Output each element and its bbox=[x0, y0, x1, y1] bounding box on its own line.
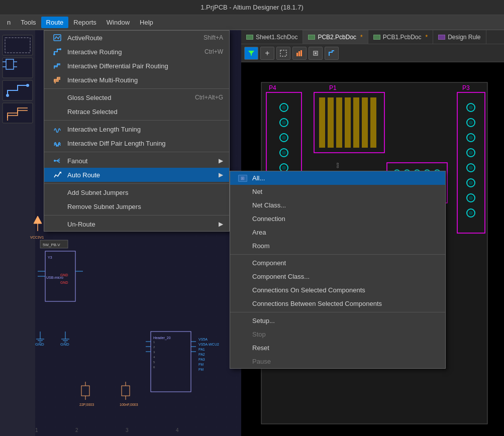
connections-between-selected-label: Connections Between Selected Components bbox=[252, 300, 382, 307]
menu-item-window[interactable]: Window bbox=[102, 17, 135, 28]
submenu-all[interactable]: ⊞ All... bbox=[230, 171, 445, 185]
fanout-label: Fanout bbox=[67, 157, 214, 165]
toolbar-btn-select[interactable] bbox=[276, 47, 290, 60]
area-label: Area bbox=[252, 229, 266, 236]
svg-point-99 bbox=[282, 105, 286, 110]
stop-label: Stop bbox=[252, 331, 266, 338]
svg-point-121 bbox=[469, 166, 473, 170]
menu-diff-length[interactable]: Interactive Diff Pair Length Tuning bbox=[44, 136, 229, 150]
tab-label-sheet1: Sheet1.SchDoc bbox=[256, 34, 297, 41]
menu-item-reports[interactable]: Reports bbox=[68, 17, 102, 28]
submenu-sep2 bbox=[230, 312, 445, 312]
retrace-icon bbox=[52, 107, 62, 116]
svg-rect-10 bbox=[3, 35, 33, 55]
toolbar-btn-chart[interactable] bbox=[292, 47, 307, 60]
menu-item-tools[interactable]: Tools bbox=[16, 17, 41, 28]
toolbar-btn-chip[interactable] bbox=[309, 47, 323, 60]
svg-text:2: 2 bbox=[75, 427, 78, 433]
fanout-icon bbox=[52, 157, 62, 165]
svg-point-100 bbox=[282, 121, 286, 125]
svg-point-101 bbox=[282, 136, 286, 140]
svg-text:P4: P4 bbox=[269, 84, 276, 91]
menu-retrace-selected[interactable]: Retrace Selected bbox=[44, 104, 229, 119]
menu-item-route[interactable]: Route bbox=[41, 17, 69, 28]
fanout-arrow: ▶ bbox=[219, 157, 223, 164]
submenu-connections-on-selected[interactable]: Connections On Selected Components bbox=[230, 283, 445, 297]
gloss-shortcut: Ctrl+Alt+G bbox=[195, 94, 223, 101]
menu-remove-subnet[interactable]: Remove Subnet Jumpers bbox=[44, 199, 229, 213]
svg-rect-3 bbox=[300, 50, 302, 56]
select-icon bbox=[280, 50, 287, 57]
submenu-setup[interactable]: Setup... bbox=[230, 314, 445, 328]
svg-text:P3: P3 bbox=[462, 84, 470, 91]
length-tuning-label: Interactive Length Tuning bbox=[67, 126, 223, 133]
menu-item-design[interactable]: n bbox=[2, 17, 16, 28]
activeroute-shortcut: Shift+A bbox=[204, 34, 223, 41]
svg-text:FM: FM bbox=[198, 363, 204, 366]
svg-point-140 bbox=[54, 160, 56, 162]
tab-icon-design-rule bbox=[438, 35, 445, 40]
menu-add-subnet[interactable]: Add Subnet Jumpers bbox=[44, 185, 229, 199]
submenu-net[interactable]: Net bbox=[230, 185, 445, 198]
submenu-connection[interactable]: Connection bbox=[230, 212, 445, 226]
tab-modified-pcb2: * bbox=[360, 34, 363, 41]
remove-subnet-icon bbox=[52, 202, 62, 210]
svg-point-19 bbox=[6, 94, 9, 97]
menu-length-tuning[interactable]: Interactive Length Tuning bbox=[44, 122, 229, 136]
svg-point-117 bbox=[469, 105, 473, 110]
sep5 bbox=[44, 215, 229, 215]
toolbar-btn-filter[interactable] bbox=[244, 47, 258, 60]
tab-pcb2[interactable]: PCB2.PcbDoc * bbox=[303, 30, 368, 44]
pause-label: Pause bbox=[252, 358, 271, 365]
menu-fanout[interactable]: Fanout ▶ bbox=[44, 154, 229, 168]
menu-auto-route[interactable]: Auto Route ▶ bbox=[44, 168, 229, 182]
menu-multi-routing[interactable]: Interactive Multi-Routing bbox=[44, 73, 229, 87]
diff-length-label: Interactive Diff Pair Length Tuning bbox=[67, 140, 223, 147]
crosshair-icon: + bbox=[265, 49, 269, 58]
menu-item-help[interactable]: Help bbox=[135, 17, 158, 28]
tab-design-rule[interactable]: Design Rule bbox=[433, 30, 486, 44]
svg-text:1: 1 bbox=[35, 427, 38, 433]
gloss-icon bbox=[52, 93, 62, 101]
auto-route-submenu: ⊞ All... Net Net Class... Connection Are… bbox=[230, 171, 446, 369]
svg-rect-88 bbox=[370, 97, 376, 148]
submenu-area[interactable]: Area bbox=[230, 226, 445, 239]
menu-interactive-routing[interactable]: Interactive Routing Ctrl+W bbox=[44, 45, 229, 59]
svg-point-120 bbox=[469, 151, 473, 155]
tab-label-design-rule: Design Rule bbox=[448, 34, 480, 41]
menu-un-route[interactable]: Un-Route ▶ bbox=[44, 217, 229, 231]
svg-text:22P,0003: 22P,0003 bbox=[79, 403, 94, 406]
submenu-connections-between-selected[interactable]: Connections Between Selected Components bbox=[230, 297, 445, 310]
submenu-reset[interactable]: Reset bbox=[230, 341, 445, 355]
add-subnet-icon bbox=[52, 188, 62, 196]
submenu-component-class[interactable]: Component Class... bbox=[230, 270, 445, 283]
svg-rect-2 bbox=[298, 51, 300, 56]
menu-diff-pair[interactable]: Interactive Differential Pair Routing bbox=[44, 59, 229, 73]
svg-text:GND: GND bbox=[60, 281, 68, 284]
tab-bar: Sheet1.SchDoc PCB2.PcbDoc * PCB1.PcbDoc … bbox=[241, 30, 504, 44]
submenu-component[interactable]: Component bbox=[230, 256, 445, 270]
svg-text:FM: FM bbox=[198, 368, 204, 371]
tab-sheet1[interactable]: Sheet1.SchDoc bbox=[241, 30, 303, 44]
svg-rect-86 bbox=[353, 97, 359, 148]
multi-routing-icon bbox=[52, 76, 62, 84]
menu-activeroute[interactable]: ActiveRoute Shift+A bbox=[44, 31, 229, 45]
title-text: 1.PrjPCB - Altium Designer (18.1.7) bbox=[200, 4, 303, 11]
svg-rect-82 bbox=[319, 97, 325, 148]
menu-gloss-selected[interactable]: Gloss Selected Ctrl+Alt+G bbox=[44, 90, 229, 104]
toolbar-btn-crosshair[interactable]: + bbox=[260, 47, 274, 60]
svg-point-118 bbox=[469, 121, 473, 125]
svg-text:GND: GND bbox=[60, 273, 68, 277]
un-route-label: Un-Route bbox=[67, 221, 214, 228]
toolbar-btn-route[interactable] bbox=[325, 47, 339, 60]
svg-rect-1 bbox=[296, 53, 298, 56]
submenu-room[interactable]: Room bbox=[230, 239, 445, 253]
tab-label-pcb1: PCB1.PcbDoc bbox=[383, 34, 422, 41]
tab-pcb1[interactable]: PCB1.PcbDoc * bbox=[368, 30, 433, 44]
autoroute-label: Auto Route bbox=[67, 171, 214, 179]
svg-text:4: 4 bbox=[176, 427, 179, 433]
svg-text:Y3: Y3 bbox=[48, 256, 52, 259]
sep3 bbox=[44, 152, 229, 152]
svg-text:VS5A-WCU2: VS5A-WCU2 bbox=[198, 343, 219, 346]
submenu-net-class[interactable]: Net Class... bbox=[230, 198, 445, 212]
